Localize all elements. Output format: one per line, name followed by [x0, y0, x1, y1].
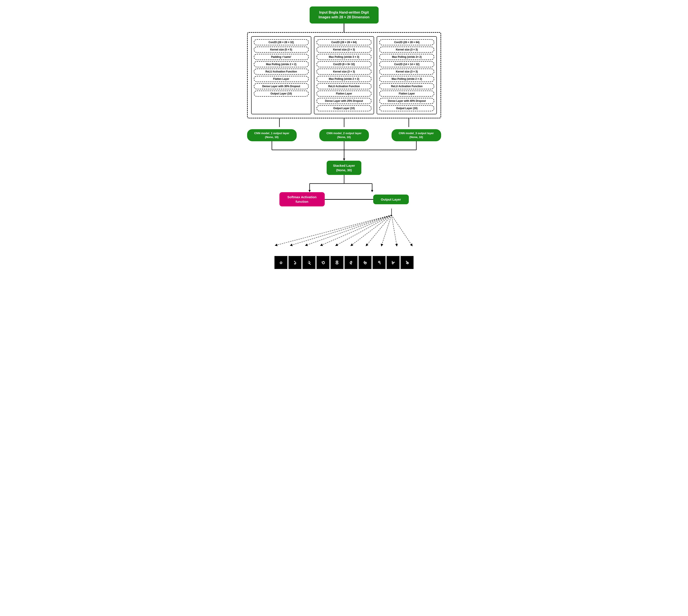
- softmax-line1: Softmax Activation: [288, 195, 317, 199]
- badge2-line2: (None, 10): [337, 135, 351, 139]
- stacked-line2: (None, 30): [336, 168, 352, 172]
- digit-5: ৫: [345, 256, 358, 269]
- cnn-model-1-output-badge: CNN model_1 output layer (None, 10): [247, 129, 297, 141]
- stacked-layer-box: Stacked Layer (None, 30): [327, 161, 362, 175]
- badge1-line1: CNN model_1 output layer: [254, 132, 289, 135]
- m3-layer-3: Max Polling (stride 2× 2): [379, 54, 434, 60]
- stacked-line1: Stacked Layer: [333, 164, 355, 168]
- m2-layer-10: Output Layer (10): [317, 105, 371, 111]
- digit-6: ৬: [359, 256, 371, 269]
- softmax-output-row: Softmax Activation function Output Layer: [279, 192, 409, 206]
- cnn-model-2-output-badge: CNN model_2 output layer (None, 10): [319, 129, 369, 141]
- svg-line-26: [392, 215, 412, 245]
- svg-line-18: [291, 215, 392, 245]
- svg-marker-14: [371, 190, 373, 192]
- svg-marker-8: [343, 158, 345, 161]
- m3-layer-4: Con2D (14 × 14 × 32): [379, 61, 434, 67]
- m1-layer-6: Flatten Layer: [254, 76, 309, 82]
- svg-line-22: [351, 215, 392, 245]
- digit-0: ০: [274, 256, 288, 269]
- m3-layer-2: Kernel size (3 × 3): [379, 47, 434, 52]
- m2-layer-5: Kernel size (3 × 3): [317, 69, 371, 74]
- digit-4: 8: [330, 256, 343, 269]
- input-box: Input Bngla Hand-written Digit Images wi…: [309, 6, 379, 23]
- m3-layer-1: Con2D (28 × 28 × 64): [379, 39, 434, 45]
- m3-layer-5: Kernel size (3 × 3): [379, 69, 434, 74]
- cnn-model-3-output-badge: CNN model_3 output layer (None, 10): [392, 129, 441, 141]
- digit-2: ২: [302, 256, 316, 269]
- m1-layer-3: Padding ='same': [254, 54, 309, 60]
- badge2-line1: CNN model_2 output layer: [326, 132, 362, 135]
- output-layer-box: Output Layer: [373, 195, 409, 204]
- svg-marker-12: [308, 190, 311, 192]
- digit-9: ৯: [400, 256, 414, 269]
- input-box-line1: Input Bngla Hand-written Digit: [319, 10, 369, 14]
- svg-line-20: [321, 215, 392, 245]
- m3-layer-7: ReLU Activation Function: [379, 83, 434, 89]
- digit-8: ৮: [387, 256, 399, 269]
- svg-line-25: [392, 215, 397, 245]
- digit-7: ৭: [372, 256, 386, 269]
- stacked-to-activation-connector: [247, 175, 441, 192]
- m3-layer-10: Output Layer (10): [379, 105, 434, 111]
- output-badges-row: CNN model_1 output layer (None, 10) CNN …: [247, 129, 441, 141]
- m1-layer-2: Kernel size (5 × 5): [254, 47, 309, 52]
- connector-input-to-models: [344, 23, 344, 32]
- m1-layer-8: Output Layer (10): [254, 91, 309, 96]
- m1-layer-7: Dense Layer with 30% Dropout: [254, 83, 309, 89]
- m2-layer-4: Con2D (9 × 9× 32): [317, 61, 371, 67]
- m1-layer-5: ReLU Activation Function: [254, 69, 309, 74]
- m3-layer-8: Flatten Layer: [379, 91, 434, 96]
- m2-layer-6: Max Polling (stride 2 × 2): [317, 76, 371, 82]
- m2-layer-1: Con2D (28 × 28 × 64): [317, 39, 371, 45]
- m1-layer-4: Max Polling (stride 2 × 2): [254, 61, 309, 67]
- badges-to-stacked-connector: [247, 141, 441, 161]
- output-to-digits-connector: [247, 208, 441, 252]
- svg-line-19: [306, 215, 392, 245]
- badge1-line2: (None, 10): [265, 135, 279, 139]
- output-layer-label: Output Layer: [381, 198, 401, 201]
- digit-3: ৩: [317, 256, 329, 269]
- m2-layer-7: ReLU Activation Function: [317, 83, 371, 89]
- badge3-line2: (None, 10): [409, 135, 423, 139]
- input-box-line2: Images with 28 × 28 Dimension: [318, 15, 369, 19]
- cnn-model-3-box: Con2D (28 × 28 × 64) Kernel size (3 × 3)…: [377, 36, 437, 114]
- m3-layer-6: Max Polling (stride 2 × 2): [379, 76, 434, 82]
- digits-row: ০ ১ ২ ৩ 8 ৫ ৬ ৭ ৮ ৯: [274, 256, 414, 269]
- badge3-line1: CNN model_3 output layer: [399, 132, 434, 135]
- softmax-box: Softmax Activation function: [279, 192, 325, 206]
- cnn-model-2-box: Con2D (28 × 28 × 64) Kernel size (3 × 3)…: [314, 36, 374, 114]
- outer-dashed-box: Con2D (28 × 28 × 32) Kernel size (5 × 5)…: [247, 32, 441, 118]
- m2-layer-8: Flatten Layer: [317, 91, 371, 96]
- m2-layer-3: Max Polling (stride 3 × 3): [317, 54, 371, 60]
- softmax-line2: function: [296, 200, 308, 203]
- m2-layer-2: Kernel size (3 × 3): [317, 47, 371, 52]
- m1-layer-1: Con2D (28 × 28 × 32): [254, 39, 309, 45]
- softmax-output-connector: [325, 199, 373, 200]
- digit-1: ১: [289, 256, 301, 269]
- main-diagram: Input Bngla Hand-written Digit Images wi…: [247, 6, 441, 269]
- cnn-model-1-box: Con2D (28 × 28 × 32) Kernel size (5 × 5)…: [251, 36, 311, 114]
- svg-line-17: [276, 215, 392, 245]
- m2-layer-9: Dense Layer with 25% Dropout: [317, 98, 371, 104]
- m3-layer-9: Dense Layer with 40% Dropout: [379, 98, 434, 104]
